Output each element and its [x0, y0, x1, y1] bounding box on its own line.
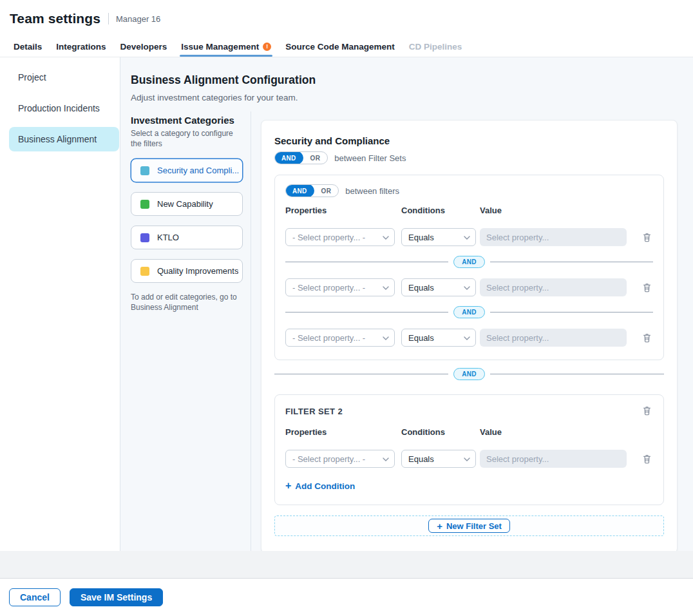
- investment-categories-column: Investment Categories Select a category …: [120, 111, 251, 551]
- warning-badge-icon: !: [263, 43, 271, 51]
- manager-subtitle: Manager 16: [116, 14, 160, 24]
- chevron-down-icon: [383, 457, 389, 461]
- and-connector: AND: [285, 306, 653, 318]
- filter-column-headers: Properties Conditions Value: [285, 206, 653, 215]
- toggle-or-option[interactable]: OR: [303, 155, 328, 162]
- toggle-and-option[interactable]: AND: [274, 151, 303, 164]
- trash-icon: [642, 332, 652, 343]
- plus-icon: +: [285, 481, 291, 491]
- add-condition-button[interactable]: + Add Condition: [285, 481, 355, 491]
- and-connector-pill[interactable]: AND: [453, 256, 485, 268]
- sidebar-item-production-incidents[interactable]: Production Incidents: [0, 96, 120, 120]
- chevron-down-icon: [464, 457, 470, 461]
- filter-set-1: AND OR between filters Properties Condit…: [274, 175, 664, 360]
- delete-filter-button[interactable]: [641, 281, 653, 294]
- section-body: Investment Categories Select a category …: [120, 111, 693, 551]
- condition-select[interactable]: Equals: [401, 329, 476, 347]
- delete-filter-set-button[interactable]: [641, 404, 653, 417]
- filter-row: - Select property... - Equals: [285, 228, 653, 246]
- cancel-button[interactable]: Cancel: [9, 588, 61, 606]
- tab-source-code-management[interactable]: Source Code Management: [285, 37, 395, 57]
- category-color-swatch: [140, 267, 149, 276]
- value-input[interactable]: [480, 228, 627, 246]
- main-panel: Business Alignment Configuration Adjust …: [120, 57, 693, 551]
- category-security-and-compliance[interactable]: Security and Compli...: [131, 159, 243, 182]
- condition-select[interactable]: Equals: [401, 450, 476, 468]
- property-select[interactable]: - Select property... -: [285, 329, 395, 347]
- tab-integrations[interactable]: Integrations: [56, 37, 106, 57]
- filter-configuration-area: Security and Compliance AND OR between F…: [251, 111, 693, 551]
- section-header: Business Alignment Configuration Adjust …: [120, 57, 693, 111]
- new-filter-set-dropzone: + New Filter Set: [274, 515, 664, 536]
- footer-spacer: [0, 551, 693, 579]
- toggle-or-option[interactable]: OR: [314, 188, 339, 195]
- tab-developers[interactable]: Developers: [120, 37, 167, 57]
- page-header: Team settings Manager 16: [0, 0, 693, 37]
- property-select[interactable]: - Select property... -: [285, 278, 395, 296]
- filter-set-2-header: FILTER SET 2: [285, 404, 653, 417]
- toggle-and-option[interactable]: AND: [285, 184, 314, 197]
- and-or-toggle[interactable]: AND OR: [274, 151, 328, 164]
- sidebar-item-business-alignment[interactable]: Business Alignment: [9, 127, 119, 151]
- tab-issue-management[interactable]: Issue Management !: [181, 37, 271, 57]
- value-header: Value: [480, 427, 627, 437]
- sidebar-item-project[interactable]: Project: [0, 65, 120, 90]
- plus-icon: +: [437, 521, 442, 531]
- section-subtitle: Adjust investment categories for your te…: [131, 93, 693, 102]
- chevron-down-icon: [383, 336, 389, 340]
- value-input[interactable]: [480, 278, 627, 296]
- delete-filter-button[interactable]: [641, 231, 653, 244]
- chevron-down-icon: [464, 286, 470, 290]
- config-card-title: Security and Compliance: [274, 135, 664, 146]
- and-connector-pill[interactable]: AND: [453, 368, 485, 380]
- category-new-capability[interactable]: New Capability: [131, 192, 243, 216]
- and-or-toggle[interactable]: AND OR: [285, 184, 339, 197]
- filter-column-headers: Properties Conditions Value: [285, 427, 653, 437]
- delete-filter-button[interactable]: [641, 452, 653, 465]
- filter-set-2-title: FILTER SET 2: [285, 404, 343, 416]
- team-settings-page: Team settings Manager 16 Details Integra…: [0, 0, 693, 616]
- property-select[interactable]: - Select property... -: [285, 228, 395, 246]
- conditions-header: Conditions: [401, 427, 476, 437]
- and-connector-pill[interactable]: AND: [453, 306, 485, 318]
- category-config-card: Security and Compliance AND OR between F…: [261, 120, 678, 553]
- category-color-swatch: [140, 166, 149, 175]
- trash-icon: [642, 405, 652, 416]
- tab-details[interactable]: Details: [14, 37, 42, 57]
- value-input[interactable]: [480, 450, 627, 468]
- property-select[interactable]: - Select property... -: [285, 450, 395, 468]
- between-filter-sets-row: AND OR between Filter Sets: [274, 151, 664, 164]
- categories-footnote: To add or edit categories, go to Busines…: [131, 292, 237, 313]
- value-input[interactable]: [480, 329, 627, 347]
- conditions-header: Conditions: [401, 206, 476, 215]
- category-color-swatch: [140, 233, 149, 242]
- condition-select[interactable]: Equals: [401, 228, 476, 246]
- categories-hint: Select a category to configure the filte…: [131, 129, 235, 149]
- filter-row: - Select property... - Equals: [285, 450, 653, 468]
- filter-row: - Select property... - Equals: [285, 278, 653, 296]
- between-filters-label: between filters: [345, 186, 399, 196]
- title-divider: [108, 13, 109, 24]
- between-filter-sets-label: between Filter Sets: [334, 153, 406, 163]
- save-im-settings-button[interactable]: Save IM Settings: [70, 588, 163, 606]
- delete-filter-button[interactable]: [641, 331, 653, 344]
- trash-icon: [642, 454, 652, 464]
- section-title: Business Alignment Configuration: [131, 73, 693, 87]
- properties-header: Properties: [285, 206, 395, 215]
- and-connector: AND: [285, 256, 653, 268]
- category-ktlo[interactable]: KTLO: [131, 226, 243, 249]
- condition-select[interactable]: Equals: [401, 278, 476, 296]
- trash-icon: [642, 232, 652, 242]
- settings-sidebar: Project Production Incidents Business Al…: [0, 57, 120, 551]
- action-footer: Cancel Save IM Settings: [0, 579, 693, 616]
- chevron-down-icon: [464, 236, 470, 240]
- categories-title: Investment Categories: [131, 115, 243, 126]
- filter-row: - Select property... - Equals: [285, 329, 653, 347]
- category-quality-improvements[interactable]: Quality Improvements: [131, 259, 243, 283]
- new-filter-set-button[interactable]: + New Filter Set: [428, 519, 510, 533]
- tab-cd-pipelines: CD Pipelines: [409, 37, 462, 57]
- properties-header: Properties: [285, 427, 395, 437]
- between-filters-row: AND OR between filters: [285, 184, 653, 197]
- chevron-down-icon: [383, 286, 389, 290]
- chevron-down-icon: [464, 336, 470, 340]
